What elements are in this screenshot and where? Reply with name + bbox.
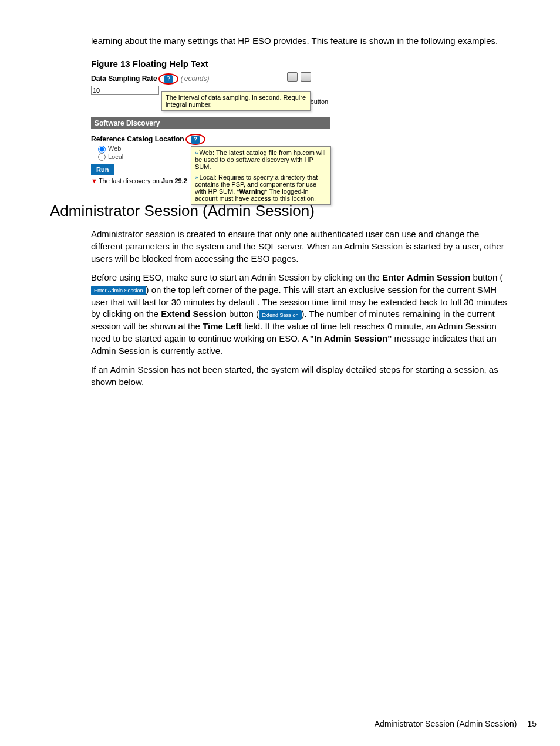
- figure-area: Data Sampling Rate?(econds) The interval…: [91, 73, 329, 184]
- toolbar-btn-1[interactable]: [287, 72, 298, 82]
- help-icon[interactable]: ?: [164, 75, 173, 83]
- radio-local[interactable]: Local: [98, 153, 123, 160]
- help-icon-highlight: ?: [158, 73, 178, 85]
- extend-session-button[interactable]: Extend Session: [259, 310, 302, 320]
- arrow-icon-2: »: [195, 174, 198, 181]
- sampling-rate-input[interactable]: [91, 86, 159, 95]
- radio-web[interactable]: Web: [98, 145, 121, 152]
- sampling-unit-left: (: [181, 75, 183, 83]
- run-button[interactable]: Run: [91, 164, 114, 175]
- catalog-tooltip: »Web: The latest catalog file from hp.co…: [191, 146, 331, 205]
- enter-admin-session-button[interactable]: Enter Admin Session: [91, 286, 146, 295]
- paragraph-2: Before using ESO, make sure to start an …: [91, 272, 513, 357]
- intro-text: learning about the many settings that HP…: [91, 35, 513, 47]
- page-footer: Administrator Session (Admin Session) 15: [375, 719, 537, 728]
- arrow-icon: »: [195, 150, 198, 156]
- help-icon-highlight-2: ?: [185, 134, 205, 145]
- help-icon-2[interactable]: ?: [191, 136, 200, 144]
- sampling-tooltip: The interval of data sampling, in second…: [161, 91, 311, 111]
- sampling-unit-right: econds): [184, 75, 210, 83]
- figure-caption: Figure 13 Floating Help Text: [91, 59, 537, 69]
- software-discovery-header: Software Discovery: [91, 117, 330, 129]
- paragraph-3: If an Admin Session has not been started…: [91, 364, 513, 388]
- paragraph-1: Administrator session is created to ensu…: [91, 228, 513, 265]
- ref-catalog-label: Reference Catalog Location: [91, 135, 184, 143]
- radio-local-input[interactable]: [98, 153, 106, 161]
- toolbar-btn-2[interactable]: [301, 72, 311, 82]
- footer-label: Administrator Session (Admin Session): [375, 719, 517, 728]
- warning-icon: ▼: [91, 177, 97, 184]
- page-number: 15: [527, 719, 537, 728]
- toolbar-icons: [286, 72, 311, 83]
- sampling-rate-label: Data Sampling Rate: [91, 75, 157, 83]
- radio-web-input[interactable]: [98, 146, 106, 153]
